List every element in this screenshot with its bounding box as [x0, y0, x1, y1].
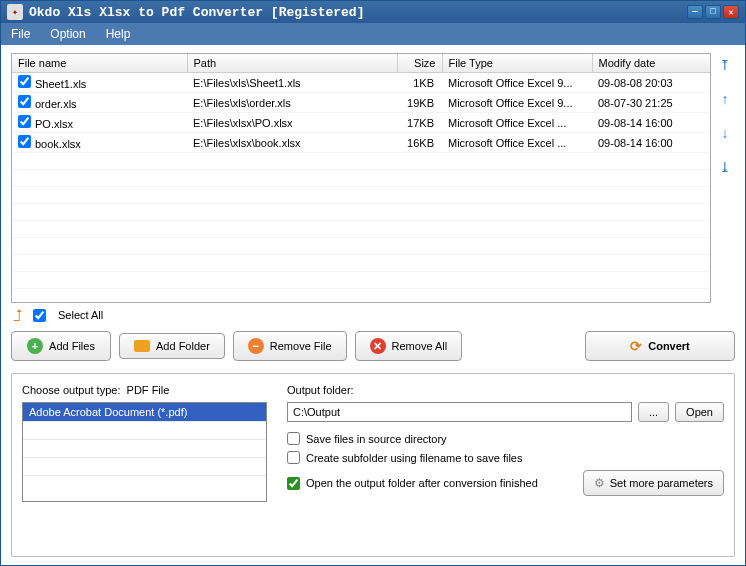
folder-icon: [134, 340, 150, 352]
save-source-label: Save files in source directory: [306, 433, 447, 445]
table-row[interactable]: order.xlsE:\Files\xls\order.xls19KBMicro…: [12, 93, 710, 113]
col-modify[interactable]: Modify date: [592, 54, 710, 73]
table-row[interactable]: Sheet1.xlsE:\Files\xls\Sheet1.xls1KBMicr…: [12, 73, 710, 93]
col-filetype[interactable]: File Type: [442, 54, 592, 73]
move-bottom-button[interactable]: ⤓: [717, 159, 733, 175]
create-subfolder-row: Create subfolder using filename to save …: [287, 451, 724, 464]
convert-icon: ⟳: [630, 338, 642, 354]
file-list-area: File name Path Size File Type Modify dat…: [11, 53, 735, 303]
remove-all-button[interactable]: ✕ Remove All: [355, 331, 463, 361]
gear-icon: ⚙: [594, 476, 605, 490]
row-checkbox[interactable]: [18, 75, 31, 88]
file-table: File name Path Size File Type Modify dat…: [12, 54, 710, 303]
output-type-label: Choose output type: PDF File: [22, 384, 267, 396]
save-source-row: Save files in source directory: [287, 432, 724, 445]
output-folder-row: ... Open: [287, 402, 724, 422]
plus-icon: +: [27, 338, 43, 354]
minimize-button[interactable]: —: [687, 5, 703, 19]
window-title: Okdo Xls Xlsx to Pdf Converter [Register…: [29, 5, 681, 20]
select-all-label: Select All: [58, 309, 103, 321]
open-folder-button[interactable]: Open: [675, 402, 724, 422]
output-folder-input[interactable]: [287, 402, 632, 422]
action-button-row: + Add Files Add Folder − Remove File ✕ R…: [11, 331, 735, 361]
content-area: File name Path Size File Type Modify dat…: [1, 45, 745, 565]
output-type-item-selected[interactable]: Adobe Acrobat Document (*.pdf): [23, 403, 266, 421]
x-icon: ✕: [370, 338, 386, 354]
move-top-button[interactable]: ⤒: [717, 57, 733, 73]
table-row[interactable]: PO.xlsxE:\Files\xlsx\PO.xlsx17KBMicrosof…: [12, 113, 710, 133]
minus-icon: −: [248, 338, 264, 354]
output-folder-label: Output folder:: [287, 384, 724, 396]
col-path[interactable]: Path: [187, 54, 397, 73]
menu-file[interactable]: File: [1, 25, 40, 43]
add-folder-button[interactable]: Add Folder: [119, 333, 225, 359]
row-checkbox[interactable]: [18, 95, 31, 108]
table-row[interactable]: book.xlsxE:\Files\xlsx\book.xlsx16KBMicr…: [12, 133, 710, 153]
open-after-checkbox[interactable]: [287, 477, 300, 490]
add-files-button[interactable]: + Add Files: [11, 331, 111, 361]
create-subfolder-label: Create subfolder using filename to save …: [306, 452, 522, 464]
output-type-column: Choose output type: PDF File Adobe Acrob…: [22, 384, 267, 546]
set-parameters-button[interactable]: ⚙ Set more parameters: [583, 470, 724, 496]
convert-button[interactable]: ⟳ Convert: [585, 331, 735, 361]
settings-panel: Choose output type: PDF File Adobe Acrob…: [11, 373, 735, 557]
browse-button[interactable]: ...: [638, 402, 669, 422]
output-folder-column: Output folder: ... Open Save files in so…: [287, 384, 724, 546]
app-icon: ✦: [7, 4, 23, 20]
remove-file-button[interactable]: − Remove File: [233, 331, 347, 361]
titlebar: ✦ Okdo Xls Xlsx to Pdf Converter [Regist…: [1, 1, 745, 23]
open-after-label: Open the output folder after conversion …: [306, 477, 538, 489]
maximize-button[interactable]: □: [705, 5, 721, 19]
menu-option[interactable]: Option: [40, 25, 95, 43]
row-checkbox[interactable]: [18, 115, 31, 128]
create-subfolder-checkbox[interactable]: [287, 451, 300, 464]
save-source-checkbox[interactable]: [287, 432, 300, 445]
menu-help[interactable]: Help: [96, 25, 141, 43]
window-controls: — □ ✕: [687, 5, 739, 19]
col-filename[interactable]: File name: [12, 54, 187, 73]
file-table-container[interactable]: File name Path Size File Type Modify dat…: [11, 53, 711, 303]
menubar: File Option Help: [1, 23, 745, 45]
output-type-list[interactable]: Adobe Acrobat Document (*.pdf): [22, 402, 267, 502]
up-folder-icon[interactable]: ⮥: [11, 307, 25, 323]
close-button[interactable]: ✕: [723, 5, 739, 19]
reorder-controls: ⤒ ↑ ↓ ⤓: [715, 53, 735, 303]
open-after-row: Open the output folder after conversion …: [287, 470, 724, 496]
move-down-button[interactable]: ↓: [717, 125, 733, 141]
select-all-row: ⮥ Select All: [11, 303, 735, 331]
select-all-checkbox[interactable]: [33, 309, 46, 322]
col-size[interactable]: Size: [397, 54, 442, 73]
app-window: ✦ Okdo Xls Xlsx to Pdf Converter [Regist…: [0, 0, 746, 566]
move-up-button[interactable]: ↑: [717, 91, 733, 107]
row-checkbox[interactable]: [18, 135, 31, 148]
